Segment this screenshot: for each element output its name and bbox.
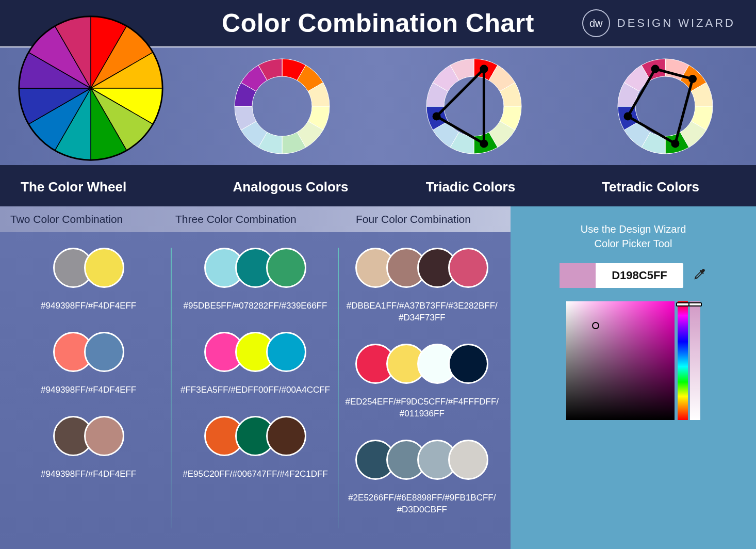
section-title-triadic: Triadic Colors: [381, 179, 561, 195]
picker-hex-value: D198C5FF: [596, 269, 683, 282]
triadic-ring: [399, 55, 549, 158]
color-swatch: [266, 248, 306, 288]
swatch-hex-label: #E95C20FF/#006747FF/#4F2C1DFF: [183, 469, 328, 480]
picker-alpha-strip[interactable]: [690, 301, 700, 420]
tab-two-color[interactable]: Two Color Combination: [10, 213, 144, 225]
color-swatch: [84, 248, 124, 288]
combo-tab-headers: Two Color Combination Three Color Combin…: [0, 206, 511, 232]
brand-initials: dw: [589, 18, 603, 29]
brand-block: dw DESIGN WIZARD: [582, 9, 735, 37]
svg-point-2: [480, 139, 488, 148]
color-swatch: [266, 416, 306, 456]
brand-logo-icon: dw: [582, 9, 610, 37]
combos-panel: Two Color Combination Three Color Combin…: [0, 206, 511, 549]
swatch-row: [204, 332, 306, 372]
analogous-ring: [207, 55, 358, 158]
swatch-row: [355, 440, 488, 480]
picker-sv-cursor[interactable]: [592, 322, 599, 329]
swatch-hex-label: #949398FF/#F4DF4EFF: [41, 469, 136, 480]
svg-point-4: [688, 75, 697, 83]
swatch-row: [204, 248, 306, 288]
swatch-hex-label: #2E5266FF/#6E8898FF/#9FB1BCFF/#D3D0CBFF: [348, 492, 496, 516]
swatch-row: [53, 248, 124, 288]
picker-heading-line2: Color Picker Tool: [595, 238, 672, 249]
full-color-wheel: [15, 13, 166, 163]
combos-area: Two Color Combination Three Color Combin…: [0, 206, 756, 549]
brand-name: DESIGN WIZARD: [617, 17, 735, 30]
swatch-hex-label: #949398FF/#F4DF4EFF: [41, 384, 136, 396]
swatch-row: [53, 416, 124, 456]
swatch-row: [355, 344, 488, 384]
section-titles-row: The Color Wheel Analogous Colors Triadic…: [0, 165, 756, 206]
svg-point-1: [480, 65, 488, 73]
page-title: Color Combination Chart: [222, 8, 534, 38]
tab-three-color[interactable]: Three Color Combination: [175, 213, 325, 225]
svg-point-3: [432, 112, 440, 120]
column-three-color: #95DBE5FF/#078282FF/#339E66FF#FF3EA5FF/#…: [172, 243, 338, 544]
color-swatch: [266, 332, 306, 372]
tetradic-ring: [590, 55, 741, 158]
eyedropper-icon[interactable]: [693, 267, 707, 285]
picker-heading-line1: Use the Design Wizard: [581, 223, 686, 235]
color-swatch: [448, 344, 488, 384]
color-picker-panel: Use the Design Wizard Color Picker Tool …: [511, 206, 756, 549]
color-swatch: [448, 440, 488, 480]
svg-point-6: [624, 112, 632, 120]
svg-point-7: [651, 65, 660, 73]
swatch-row: [355, 248, 488, 288]
section-title-wheel: The Color Wheel: [15, 179, 201, 195]
picker-gradient-area[interactable]: [566, 301, 700, 420]
column-two-color: #949398FF/#F4DF4EFF#949398FF/#F4DF4EFF#9…: [5, 243, 172, 544]
swatch-hex-label: #95DBE5FF/#078282FF/#339E66FF: [184, 300, 327, 312]
picker-input-row: D198C5FF: [560, 263, 707, 288]
swatch-hex-label: #949398FF/#F4DF4EFF: [41, 300, 136, 312]
picker-heading: Use the Design Wizard Color Picker Tool: [581, 222, 686, 251]
swatch-hex-label: #ED254EFF/#F9DC5CFF/#F4FFFDFF/#011936FF: [346, 396, 499, 420]
tab-four-color[interactable]: Four Color Combination: [356, 213, 500, 225]
swatch-hex-label: #FF3EA5FF/#EDFF00FF/#00A4CCFF: [180, 384, 330, 396]
column-four-color: #DBBEA1FF/#A37B73FF/#3E282BFF/#D34F73FF#…: [339, 243, 505, 544]
swatch-row: [53, 332, 124, 372]
color-swatch: [448, 248, 488, 288]
wheels-row: [0, 46, 756, 165]
section-title-analogous: Analogous Colors: [201, 179, 381, 195]
section-title-tetradic: Tetradic Colors: [561, 179, 741, 195]
picker-hue-handle[interactable]: [676, 302, 689, 306]
picker-hue-strip[interactable]: [678, 301, 688, 420]
color-swatch: [84, 416, 124, 456]
swatch-hex-label: #DBBEA1FF/#A37B73FF/#3E282BFF/#D34F73FF: [347, 300, 498, 324]
combo-columns: #949398FF/#F4DF4EFF#949398FF/#F4DF4EFF#9…: [0, 232, 511, 549]
picker-sv-field[interactable]: [566, 301, 675, 420]
svg-point-5: [671, 139, 680, 148]
swatch-row: [204, 416, 306, 456]
picker-preview-swatch: [560, 263, 596, 288]
picker-hex-input[interactable]: D198C5FF: [560, 263, 683, 288]
picker-alpha-handle[interactable]: [688, 302, 702, 306]
color-swatch: [84, 332, 124, 372]
